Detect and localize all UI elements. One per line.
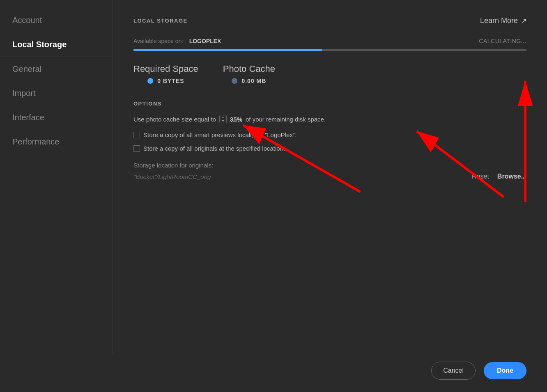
stat-dot-required xyxy=(147,78,153,84)
cancel-button[interactable]: Cancel xyxy=(431,362,476,380)
cache-size-row: Use photo cache size equal to ▲ ▼ 35% of… xyxy=(133,115,526,123)
storage-location-row: "Bucket"/LightRoomCC_orig Reset Browse..… xyxy=(133,173,526,180)
section-title: LOCAL STORAGE xyxy=(133,18,188,24)
storage-location-section: Storage location for originals: "Bucket"… xyxy=(133,162,526,180)
checkbox-smart-previews[interactable] xyxy=(133,132,140,138)
stat-card-photo-cache: Photo Cache 0.00 MB xyxy=(223,64,275,84)
stats-row: Required Space 0 BYTES Photo Cache 0.00 … xyxy=(133,64,526,84)
cache-value: 35% xyxy=(230,116,242,123)
section-header: LOCAL STORAGE Learn More ↗ xyxy=(133,16,526,25)
browse-button[interactable]: Browse... xyxy=(497,173,526,180)
storage-path: "Bucket"/LightRoomCC_orig xyxy=(133,173,464,180)
sidebar-item-import[interactable]: Import xyxy=(0,81,113,105)
calculating-text: CALCULATING... xyxy=(479,38,526,44)
options-section: OPTIONS Use photo cache size equal to ▲ … xyxy=(133,101,526,180)
sidebar-item-interface[interactable]: Interface xyxy=(0,105,113,130)
cache-spinner[interactable]: ▲ ▼ xyxy=(219,115,227,123)
available-space-row: Available space on: LOGOPLEX CALCULATING… xyxy=(133,37,526,45)
done-button[interactable]: Done xyxy=(484,362,526,379)
sidebar-item-account[interactable]: Account xyxy=(0,8,113,32)
checkbox-row-originals: Store a copy of all originals at the spe… xyxy=(133,145,526,152)
available-space-info: Available space on: LOGOPLEX xyxy=(133,37,221,45)
sidebar-item-performance[interactable]: Performance xyxy=(0,130,113,154)
stat-value-cache: 0.00 MB xyxy=(241,78,266,84)
spinner-down-icon[interactable]: ▼ xyxy=(220,119,226,123)
checkbox-row-smart-previews: Store a copy of all smart previews local… xyxy=(133,131,526,138)
sidebar-item-general[interactable]: General xyxy=(0,57,113,81)
spinner-up-icon[interactable]: ▲ xyxy=(220,115,226,119)
sidebar-item-local-storage[interactable]: Local Storage xyxy=(0,32,113,57)
preferences-dialog: Account Local Storage General Import Int… xyxy=(0,0,547,392)
reset-button[interactable]: Reset xyxy=(472,173,489,180)
main-content: LOCAL STORAGE Learn More ↗ Available spa… xyxy=(113,0,547,353)
external-link-icon: ↗ xyxy=(521,17,526,25)
options-title: OPTIONS xyxy=(133,101,526,107)
sidebar: Account Local Storage General Import Int… xyxy=(0,0,113,353)
stat-value-required: 0 BYTES xyxy=(157,78,184,84)
checkbox-originals[interactable] xyxy=(133,145,140,152)
storage-bar-fill xyxy=(133,49,322,51)
storage-bar xyxy=(133,49,526,51)
dialog-footer: Cancel Done xyxy=(0,353,547,392)
stat-title-required: Required Space xyxy=(133,64,198,74)
storage-location-label: Storage location for originals: xyxy=(133,162,526,169)
learn-more-link[interactable]: Learn More ↗ xyxy=(480,16,526,25)
stat-dot-cache xyxy=(232,78,237,84)
stat-card-required-space: Required Space 0 BYTES xyxy=(133,64,198,84)
stat-title-cache: Photo Cache xyxy=(223,64,275,74)
